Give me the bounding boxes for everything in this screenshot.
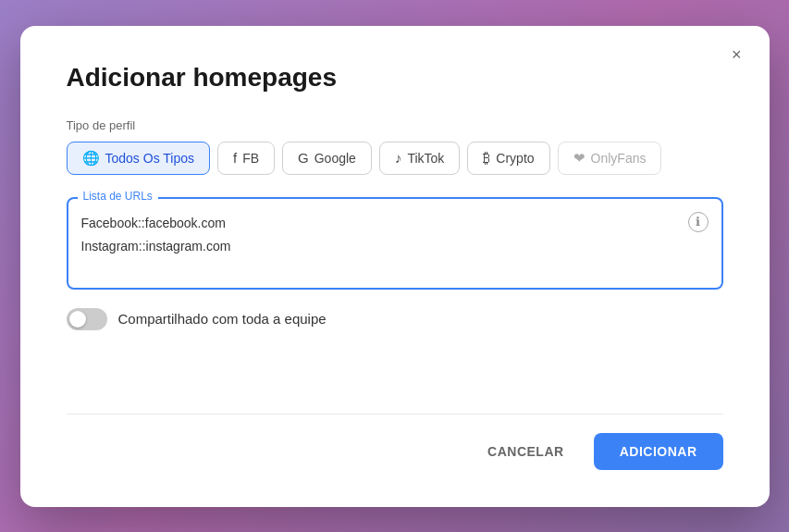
crypto-label: Crypto	[496, 151, 534, 166]
url-list-container: Lista de URLs Facebook::facebook.com Ins…	[67, 197, 723, 290]
onlyfans-icon: ❤	[573, 150, 586, 167]
crypto-icon: ₿	[483, 150, 490, 166]
tiktok-icon: ♪	[395, 150, 402, 166]
profile-type-row: 🌐Todos Os TiposfFBGGoogle♪TikTok₿Crypto❤…	[67, 142, 723, 175]
tiktok-label: TikTok	[407, 151, 444, 166]
profile-type-btn-onlyfans[interactable]: ❤OnlyFans	[558, 142, 662, 175]
add-button[interactable]: ADICIONAR	[594, 433, 723, 470]
info-icon[interactable]: ℹ	[688, 212, 709, 232]
section-label: Tipo de perfil	[67, 118, 723, 132]
toggle-label: Compartilhado com toda a equipe	[118, 311, 327, 327]
toggle-row: Compartilhado com toda a equipe	[67, 308, 723, 330]
all-label: Todos Os Tipos	[105, 151, 195, 166]
close-button[interactable]: ×	[724, 43, 749, 67]
url-list-text: Facebook::facebook.com Instagram::instag…	[81, 212, 681, 258]
google-label: Google	[314, 151, 356, 166]
toggle-switch[interactable]	[67, 308, 107, 330]
url-list-legend: Lista de URLs	[78, 190, 158, 203]
profile-type-btn-tiktok[interactable]: ♪TikTok	[379, 142, 460, 175]
modal: × Adicionar homepages Tipo de perfil 🌐To…	[20, 26, 770, 507]
modal-footer: CANCELAR ADICIONAR	[67, 414, 723, 470]
onlyfans-label: OnlyFans	[591, 151, 647, 166]
profile-type-btn-all[interactable]: 🌐Todos Os Tipos	[67, 142, 211, 175]
google-icon: G	[298, 150, 309, 166]
all-icon: 🌐	[82, 150, 100, 167]
modal-title: Adicionar homepages	[67, 63, 723, 93]
fb-label: FB	[242, 151, 259, 166]
profile-type-btn-crypto[interactable]: ₿Crypto	[467, 142, 549, 175]
profile-type-btn-fb[interactable]: fFB	[217, 142, 275, 175]
cancel-button[interactable]: CANCELAR	[473, 435, 579, 468]
profile-type-btn-google[interactable]: GGoogle	[282, 142, 372, 175]
fb-icon: f	[233, 150, 237, 166]
